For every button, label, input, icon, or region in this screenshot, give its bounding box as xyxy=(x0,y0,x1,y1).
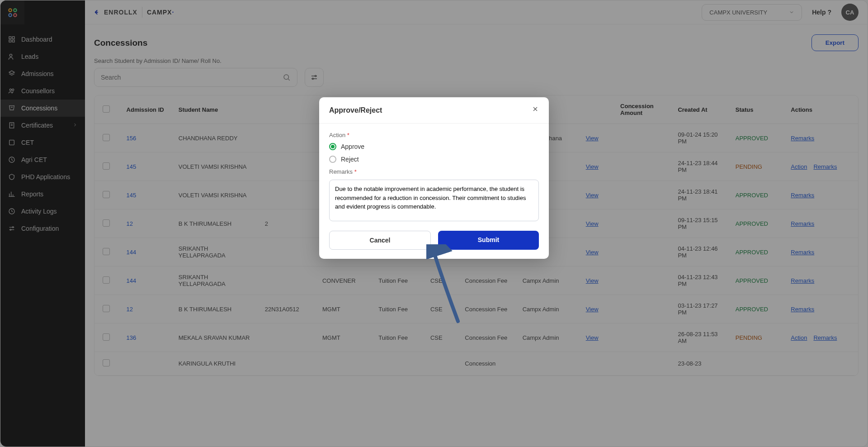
reject-radio[interactable]: Reject xyxy=(329,156,539,163)
radio-selected-icon xyxy=(329,143,336,150)
remarks-textarea[interactable] xyxy=(329,180,539,221)
modal-overlay: Approve/Reject Action * Approve Reject R… xyxy=(0,0,868,447)
approve-reject-modal: Approve/Reject Action * Approve Reject R… xyxy=(319,97,549,259)
approve-radio[interactable]: Approve xyxy=(329,143,539,150)
cancel-button[interactable]: Cancel xyxy=(329,231,431,250)
reject-label: Reject xyxy=(341,156,359,163)
approve-label: Approve xyxy=(341,143,364,150)
submit-button[interactable]: Submit xyxy=(438,231,539,250)
action-label: Action * xyxy=(329,132,539,138)
remarks-label: Remarks * xyxy=(329,168,539,175)
modal-title: Approve/Reject xyxy=(329,106,382,114)
close-icon[interactable] xyxy=(532,105,539,115)
radio-unselected-icon xyxy=(329,156,336,163)
